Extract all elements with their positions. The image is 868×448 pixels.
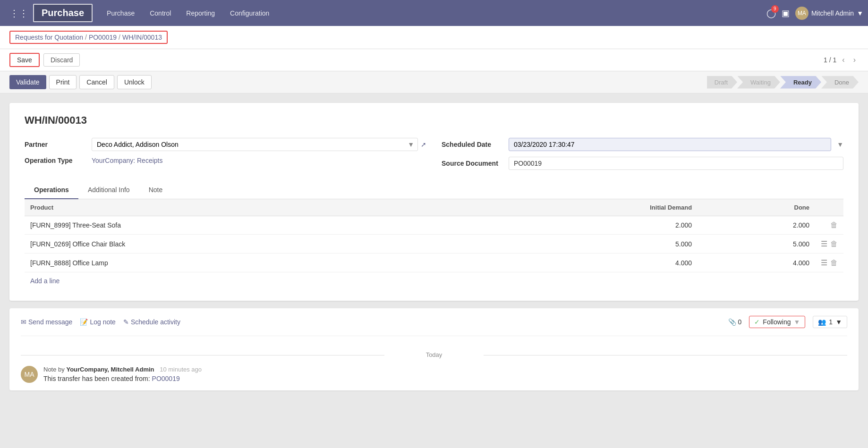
notification-icon[interactable]: ◯ 9 <box>766 8 776 18</box>
breadcrumb-po[interactable]: PO00019 <box>89 34 117 41</box>
nav-item-configuration[interactable]: Configuration <box>223 6 276 21</box>
table-header: Product Initial Demand Done <box>25 199 843 216</box>
breadcrumb-rfq[interactable]: Requests for Quotation <box>15 34 83 41</box>
row-detail-icon[interactable]: ☰ <box>821 258 827 267</box>
message-section: Today MA Note by YourCompany, Mitchell A… <box>21 336 847 383</box>
tabs: Operations Additional Info Note <box>25 181 843 199</box>
nav-item-purchase[interactable]: Purchase <box>100 6 141 21</box>
cell-initial-demand: 5.000 <box>473 235 698 254</box>
pagination-prev[interactable]: ‹ <box>839 55 847 65</box>
tab-operations[interactable]: Operations <box>25 181 78 199</box>
message-prefix: Note by <box>43 366 65 373</box>
scheduled-date-input[interactable] <box>509 138 831 151</box>
form-title: WH/IN/00013 <box>25 114 843 127</box>
user-name: Mitchell Admin <box>811 9 854 17</box>
save-button[interactable]: Save <box>9 53 40 67</box>
form-fields: Partner Deco Addict, Addison Olson ▼ ➚ O… <box>25 138 843 170</box>
cell-initial-demand: 2.000 <box>473 216 698 235</box>
log-note-icon: 📝 <box>80 318 88 326</box>
breadcrumb-sep-2: / <box>119 34 120 41</box>
partner-input-group: Deco Addict, Addison Olson ▼ ➚ <box>92 138 426 151</box>
avatar: MA <box>795 7 808 20</box>
message-header: Note by YourCompany, Mitchell Admin 10 m… <box>43 366 847 373</box>
user-dropdown-icon: ▼ <box>857 9 863 17</box>
pagination: 1 / 1 ‹ › <box>824 55 859 65</box>
notification-badge: 9 <box>771 5 779 13</box>
col-initial-demand: Initial Demand <box>473 199 698 216</box>
app-brand[interactable]: Purchase <box>33 4 93 22</box>
followers-users-count: 1 <box>829 318 833 326</box>
partner-field-row: Partner Deco Addict, Addison Olson ▼ ➚ <box>25 138 426 151</box>
chatter: ✉ Send message 📝 Log note ✎ Schedule act… <box>9 308 859 390</box>
message-avatar: MA <box>21 366 38 383</box>
source-document-input[interactable] <box>509 157 843 170</box>
col-done: Done <box>698 199 815 216</box>
partner-select[interactable]: Deco Addict, Addison Olson <box>92 138 418 151</box>
followers-count: 0 <box>738 318 742 326</box>
table-body: [FURN_8999] Three-Seat Sofa2.0002.000 🗑 … <box>25 216 843 272</box>
partner-external-link-icon[interactable]: ➚ <box>421 141 426 148</box>
partner-label: Partner <box>25 141 86 148</box>
status-ready: Ready <box>780 76 821 89</box>
followers-count-button[interactable]: 👥 1 ▼ <box>813 316 847 328</box>
operation-type-value[interactable]: YourCompany: Receipts <box>92 157 162 164</box>
action-buttons: Save Discard <box>9 53 80 67</box>
action-bar: Save Discard 1 / 1 ‹ › <box>0 49 868 71</box>
log-note-button[interactable]: 📝 Log note <box>80 318 116 326</box>
status-bar: Validate Print Cancel Unlock Draft Waiti… <box>0 71 868 93</box>
main-content: WH/IN/00013 Partner Deco Addict, Addison… <box>0 93 868 400</box>
status-draft: Draft <box>707 76 737 89</box>
discard-button[interactable]: Discard <box>43 53 80 67</box>
pagination-next[interactable]: › <box>851 55 859 65</box>
unlock-button[interactable]: Unlock <box>117 75 152 89</box>
user-menu[interactable]: MA Mitchell Admin ▼ <box>795 7 863 20</box>
cell-done: 5.000 <box>698 235 815 254</box>
apps-icon[interactable]: ⋮⋮ <box>5 8 33 19</box>
tab-note[interactable]: Note <box>139 181 172 199</box>
print-button[interactable]: Print <box>49 75 77 89</box>
breadcrumb-bar: Requests for Quotation / PO00019 / WH/IN… <box>0 26 868 49</box>
scheduled-date-label: Scheduled Date <box>442 141 503 148</box>
topnav-right: ◯ 9 ▣ MA Mitchell Admin ▼ <box>766 7 863 20</box>
following-check-icon: ✓ <box>754 318 760 326</box>
form-card: WH/IN/00013 Partner Deco Addict, Addison… <box>9 103 859 301</box>
paperclip-icon: 📎 <box>728 318 736 326</box>
form-action-buttons: Validate Print Cancel Unlock <box>9 75 152 89</box>
cell-product: [FURN_0269] Office Chair Black <box>25 235 473 254</box>
table-row: [FURN_8999] Three-Seat Sofa2.0002.000 🗑 <box>25 216 843 235</box>
operation-type-row: Operation Type YourCompany: Receipts <box>25 157 426 164</box>
operation-type-label: Operation Type <box>25 157 86 164</box>
message-body: This transfer has been created from: PO0… <box>43 375 847 382</box>
add-line-button[interactable]: Add a line <box>25 272 65 289</box>
status-done: Done <box>821 76 859 89</box>
row-delete-icon[interactable]: 🗑 <box>830 240 838 248</box>
top-navigation: ⋮⋮ Purchase Purchase Control Reporting C… <box>0 0 868 26</box>
row-detail-icon[interactable]: ☰ <box>821 239 827 248</box>
message-content: Note by YourCompany, Mitchell Admin 10 m… <box>43 366 847 382</box>
schedule-activity-button[interactable]: ✎ Schedule activity <box>123 318 180 326</box>
table-row: [FURN_8888] Office Lamp4.0004.000 ☰ 🗑 <box>25 254 843 272</box>
following-button[interactable]: ✓ Following ▼ <box>749 316 805 328</box>
message-link[interactable]: PO00019 <box>152 375 180 382</box>
partner-select-wrapper: Deco Addict, Addison Olson ▼ <box>92 138 418 151</box>
cancel-button[interactable]: Cancel <box>79 75 114 89</box>
validate-button[interactable]: Validate <box>9 75 46 89</box>
top-nav-menu: Purchase Control Reporting Configuration <box>100 6 766 21</box>
nav-item-reporting[interactable]: Reporting <box>179 6 221 21</box>
cell-actions: ☰ 🗑 <box>815 254 843 272</box>
cell-actions: ☰ 🗑 <box>815 235 843 254</box>
row-delete-icon[interactable]: 🗑 <box>830 259 838 267</box>
chat-icon[interactable]: ▣ <box>782 8 790 18</box>
nav-item-control[interactable]: Control <box>143 6 178 21</box>
row-delete-icon[interactable]: 🗑 <box>830 221 838 229</box>
scheduled-date-calendar-icon[interactable]: ▼ <box>837 141 843 148</box>
tab-additional-info[interactable]: Additional Info <box>78 181 139 199</box>
pagination-text: 1 / 1 <box>824 56 836 64</box>
chatter-actions: ✉ Send message 📝 Log note ✎ Schedule act… <box>21 316 847 336</box>
send-message-button[interactable]: ✉ Send message <box>21 318 72 326</box>
table-row: [FURN_0269] Office Chair Black5.0005.000… <box>25 235 843 254</box>
operations-table: Product Initial Demand Done [FURN_8999] … <box>25 199 843 272</box>
chatter-right-actions: 📎 0 ✓ Following ▼ 👥 1 ▼ <box>728 316 847 328</box>
status-steps: Draft Waiting Ready Done <box>707 76 859 89</box>
scheduled-date-row: Scheduled Date ▼ <box>442 138 843 151</box>
